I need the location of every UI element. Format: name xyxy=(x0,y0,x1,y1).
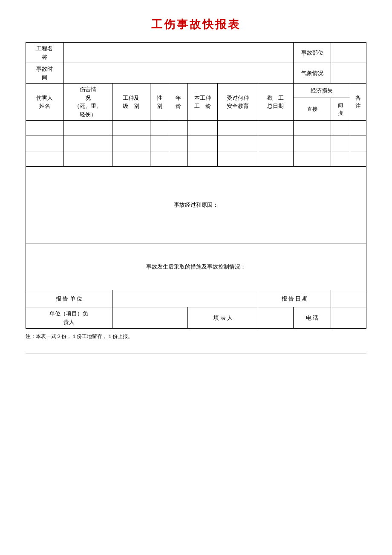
header-indirect: 间 接 xyxy=(331,98,350,120)
label-report-unit: 报 告 单 位 xyxy=(26,290,112,307)
table-footer-row2: 单位（项目）负 责人 填 表 人 电 话 xyxy=(26,307,366,329)
footer-note: 注：本表一式２份，１份工地留存，１份上报。 xyxy=(26,333,366,340)
table-row-project: 工程名 称 事故部位 xyxy=(26,43,366,63)
page-title: 工伤事故快报表 xyxy=(26,17,366,32)
value-accident-location xyxy=(331,43,366,63)
label-report-date: 报 告 日 期 xyxy=(258,290,331,307)
header-jobtype: 工种及 级 别 xyxy=(112,84,150,121)
value-report-unit xyxy=(112,290,258,307)
label-weather: 气象情况 xyxy=(293,63,331,84)
header-off-days: 歇 工 总日期 xyxy=(258,84,293,121)
bottom-divider xyxy=(26,353,366,353)
label-accident-location: 事故部位 xyxy=(293,43,331,63)
label-project-name: 工程名 称 xyxy=(26,43,64,63)
value-weather xyxy=(331,63,366,84)
measures-cell: 事故发生后采取的措施及事故控制情况： xyxy=(26,243,366,290)
table-header-row1: 伤害人 姓名 伤害情 况 （死、重、 轻伤） 工种及 级 别 性 别 年 龄 本… xyxy=(26,84,366,98)
table-data-row-2 xyxy=(26,136,366,151)
value-phone xyxy=(331,307,366,329)
accident-cause-label: 事故经过和原因： xyxy=(174,202,218,208)
header-name: 伤害人 姓名 xyxy=(26,84,64,121)
label-form-filler: 填 表 人 xyxy=(188,307,258,329)
table-data-row-1 xyxy=(26,121,366,136)
table-footer-row1: 报 告 单 位 报 告 日 期 xyxy=(26,290,366,307)
label-phone: 电 话 xyxy=(293,307,331,329)
header-gender: 性 别 xyxy=(150,84,169,121)
main-table: 工程名 称 事故部位 事故时 间 气象情况 伤害人 姓名 伤害情 况 （死、重、… xyxy=(26,42,366,329)
header-note: 备 注 xyxy=(350,84,366,121)
label-accident-time: 事故时 间 xyxy=(26,63,64,84)
header-direct: 直接 xyxy=(293,98,331,120)
measures-label: 事故发生后采取的措施及事故控制情况： xyxy=(146,263,246,270)
header-safety-edu: 受过何种 安全教育 xyxy=(218,84,258,121)
header-econ-loss: 经济损失 xyxy=(293,84,350,98)
value-report-date xyxy=(331,290,366,307)
value-accident-time xyxy=(63,63,293,84)
value-responsible xyxy=(112,307,188,329)
label-responsible: 单位（项目）负 责人 xyxy=(26,307,112,329)
header-injury: 伤害情 况 （死、重、 轻伤） xyxy=(63,84,112,121)
accident-cause-cell: 事故经过和原因： xyxy=(26,167,366,243)
table-row-time: 事故时 间 气象情况 xyxy=(26,63,366,84)
table-data-row-3 xyxy=(26,151,366,167)
value-project-name xyxy=(63,43,293,63)
header-age: 年 龄 xyxy=(169,84,188,121)
table-row-measures: 事故发生后采取的措施及事故控制情况： xyxy=(26,243,366,290)
table-row-cause: 事故经过和原因： xyxy=(26,167,366,243)
header-workyears: 本工种 工 龄 xyxy=(188,84,218,121)
value-form-filler xyxy=(258,307,293,329)
